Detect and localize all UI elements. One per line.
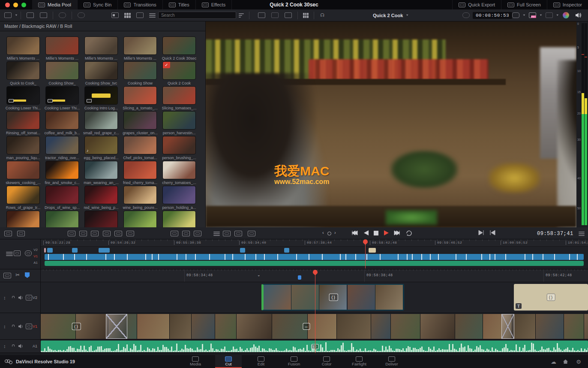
v1-clip-strip[interactable]: ⟨⟩– <box>41 314 588 339</box>
media-item[interactable]: Slicing_tomatoes_... <box>160 86 198 110</box>
media-item[interactable]: person_holding_a... <box>160 186 198 210</box>
enable-video-icon[interactable] <box>26 295 32 300</box>
title-tool-icon[interactable] <box>182 231 190 236</box>
media-item[interactable]: person_harvestin... <box>160 111 198 135</box>
top-button-inspector[interactable]: Inspector <box>547 0 588 9</box>
bin-view-chevron-icon[interactable]: ▼ <box>15 14 18 16</box>
gear-icon[interactable]: ⚙ <box>576 359 581 365</box>
play-icon[interactable] <box>384 230 389 236</box>
import-timeline-icon[interactable] <box>4 231 12 236</box>
media-item[interactable]: Cooking Show_tvc <box>82 61 120 85</box>
media-item[interactable]: Slicing_a_tomato_... <box>121 86 159 110</box>
cloud-icon[interactable]: ☁ <box>551 359 556 365</box>
clip-trim-handle[interactable]: ⟨⟩ <box>329 294 338 301</box>
media-item[interactable] <box>160 211 198 227</box>
viewer-timecode[interactable]: 00:08:50:53 <box>473 12 512 19</box>
track-resize-icon[interactable]: ↕ <box>3 344 6 349</box>
play-reverse-icon[interactable] <box>363 230 369 236</box>
top-tab-sync-bin[interactable]: Sync Bin <box>78 0 118 9</box>
v1-clip-frame[interactable] <box>170 314 192 339</box>
snap-marker-icon[interactable] <box>25 272 30 278</box>
v1-clip-frame[interactable] <box>76 314 108 339</box>
viewer-transform-icon[interactable] <box>271 12 279 18</box>
media-item[interactable]: wine_being_poure... <box>121 186 159 210</box>
record-icon[interactable] <box>327 232 331 235</box>
media-item[interactable]: Cooking Show <box>121 61 159 85</box>
page-tab-cut[interactable]: Cut <box>215 355 242 368</box>
track-resize-icon[interactable]: ↕ <box>3 295 6 300</box>
go-to-start-icon[interactable] <box>351 230 358 236</box>
clip-trim-handle[interactable]: ⟨⟩ <box>72 323 81 330</box>
timeline-marker-blue[interactable] <box>298 275 301 280</box>
v1-clip-frame[interactable] <box>391 314 420 339</box>
close-up-icon[interactable] <box>103 231 111 236</box>
metadata-view-icon[interactable] <box>111 12 119 18</box>
v1-clip-frame[interactable] <box>584 314 588 339</box>
page-tab-edit[interactable]: Edit <box>248 355 274 368</box>
media-item[interactable] <box>4 211 42 227</box>
list-view-icon[interactable] <box>149 13 156 18</box>
overview-ruler[interactable]: 09:53:22;2809:54:26;3209:55:30;3609:56:3… <box>41 239 588 247</box>
transition-icon[interactable] <box>171 231 178 236</box>
append-icon[interactable] <box>79 231 87 236</box>
overview-v2-clip[interactable] <box>369 248 376 253</box>
page-tab-fairlight[interactable]: Fairlight <box>346 355 372 368</box>
match-frame-in-icon[interactable] <box>489 230 495 235</box>
overview-v2-clip[interactable] <box>99 248 110 253</box>
top-tab-transitions[interactable]: Transitions <box>118 0 162 9</box>
effects-tool-icon[interactable] <box>194 231 201 236</box>
proxy-media-icon[interactable]: PXY <box>529 12 536 18</box>
place-on-top-icon[interactable] <box>114 231 122 236</box>
media-item[interactable]: ♪egg_being_placed... <box>82 136 120 160</box>
media-item[interactable]: fried_cherry_toma... <box>121 161 159 185</box>
media-item[interactable]: Cooking Show_ <box>43 61 81 85</box>
ripple-overwrite-icon[interactable] <box>91 231 99 236</box>
v1-clip-frame[interactable] <box>308 314 337 339</box>
razor-icon[interactable]: ✂ <box>15 272 20 278</box>
top-button-full-screen[interactable]: Full Screen <box>501 0 547 9</box>
v1-clip-frame[interactable] <box>564 314 584 339</box>
display-mode-icon[interactable] <box>512 12 519 18</box>
stop-icon[interactable] <box>374 231 378 235</box>
v1-clip-frame[interactable] <box>455 314 483 339</box>
mute-speaker-icon[interactable] <box>18 344 24 349</box>
match-frame-out-icon[interactable] <box>478 230 484 235</box>
camera-1-icon[interactable] <box>223 231 231 236</box>
bin-view-icon[interactable] <box>4 12 12 18</box>
media-item[interactable]: tractor_riding_ove... <box>43 136 81 160</box>
import-media-icon[interactable] <box>27 12 34 18</box>
cross-dissolve-transition[interactable] <box>501 314 514 339</box>
reel-icon[interactable] <box>25 250 32 256</box>
next-angle-icon[interactable]: › <box>334 230 336 235</box>
overview-v2-clip[interactable] <box>72 248 78 253</box>
overview-v2-clip[interactable] <box>240 248 245 253</box>
viewer[interactable]: 我爱MAC www.52mac.com <box>206 21 576 227</box>
media-item[interactable]: person_brushing_... <box>160 136 198 160</box>
camera-add-icon[interactable] <box>234 231 242 236</box>
media-item[interactable]: grapes_cluster_on... <box>121 111 159 135</box>
media-item[interactable] <box>121 211 159 227</box>
overview-tracks[interactable] <box>41 247 588 269</box>
timeline-selector-dropdown[interactable]: Quick 2 Cook▼ <box>373 13 409 18</box>
overview-v2-clip[interactable] <box>284 248 289 253</box>
timeline-options2-icon[interactable] <box>6 251 13 256</box>
v1-clip-frame[interactable] <box>371 314 391 339</box>
media-item[interactable]: Drops_of_wine_sp... <box>43 186 81 210</box>
overview-v2-clip[interactable] <box>44 248 46 253</box>
go-to-end-icon[interactable] <box>393 230 400 236</box>
media-item[interactable]: Millie's Moments ... <box>121 36 159 60</box>
sync-clips-icon[interactable] <box>59 12 66 18</box>
minimize-window-button[interactable] <box>13 3 18 7</box>
effects-overlay-icon[interactable] <box>546 12 553 18</box>
speaker-icon[interactable] <box>575 12 582 18</box>
prev-angle-icon[interactable]: ‹ <box>322 230 324 235</box>
media-item[interactable]: fire_and_smoke_c... <box>43 161 81 185</box>
split-play-icon[interactable] <box>248 231 255 236</box>
media-item[interactable]: Millie's Moments ... <box>4 36 42 60</box>
top-tab-titles[interactable]: Titles <box>163 0 196 9</box>
smart-insert-icon[interactable] <box>68 231 75 236</box>
media-item[interactable]: Quick 2 Cook 30sec <box>160 36 198 60</box>
zoom-window-button[interactable] <box>21 3 26 7</box>
top-button-quick-export[interactable]: Quick Export <box>452 0 501 9</box>
strip-view-icon[interactable] <box>136 12 144 18</box>
